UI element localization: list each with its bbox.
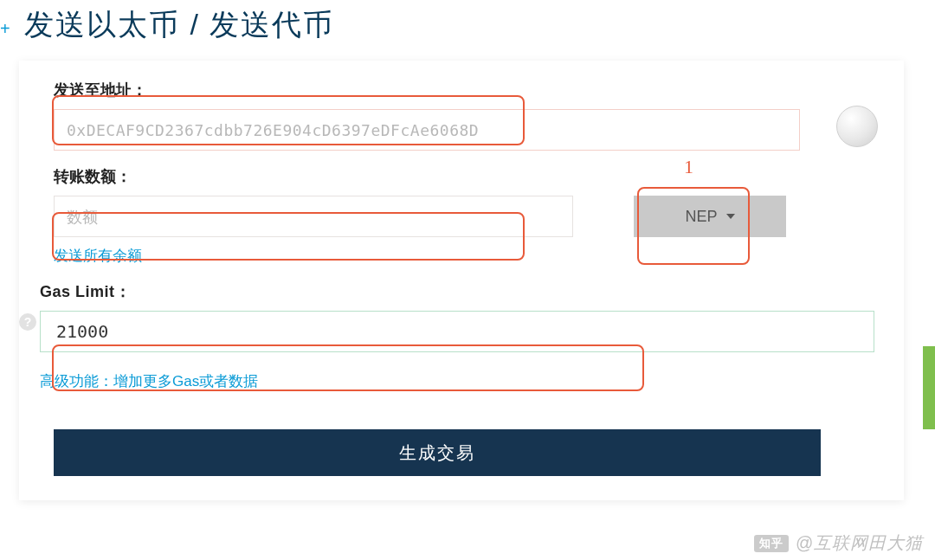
address-identicon [836, 106, 878, 147]
help-icon[interactable]: ? [19, 313, 36, 331]
chevron-down-icon [726, 214, 735, 219]
address-label: 发送至地址： [54, 80, 874, 100]
gas-field-block: Gas Limit： 高级功能：增加更多Gas或者数据 [40, 281, 874, 391]
amount-label: 转账数额： [54, 166, 874, 187]
amount-input[interactable] [54, 196, 573, 237]
send-all-link[interactable]: 发送所有余额 [54, 246, 142, 266]
side-accent [923, 346, 935, 429]
annotation-marker-1: 1 [684, 156, 693, 178]
watermark: 知乎 @互联网田大猫 [754, 531, 923, 555]
amount-field-block: 转账数额： NEP 发送所有余额 [54, 166, 874, 266]
generate-transaction-button[interactable]: 生成交易 [54, 429, 821, 476]
page-title: 发送以太币 / 发送代币 [24, 5, 935, 45]
token-select[interactable]: NEP [634, 196, 786, 237]
address-field-block: 发送至地址： [54, 80, 874, 151]
watermark-text: @互联网田大猫 [796, 531, 923, 555]
gas-limit-input[interactable] [40, 311, 874, 352]
zhihu-logo-icon: 知乎 [754, 535, 789, 552]
send-form-card: 发送至地址： 转账数额： NEP 发送所有余额 Gas Limit： 高级功能：… [19, 61, 904, 500]
gas-label: Gas Limit： [40, 281, 874, 302]
plus-icon: + [0, 19, 10, 39]
address-input[interactable] [54, 109, 800, 151]
advanced-options-link[interactable]: 高级功能：增加更多Gas或者数据 [40, 371, 258, 391]
token-selected-label: NEP [685, 208, 717, 226]
